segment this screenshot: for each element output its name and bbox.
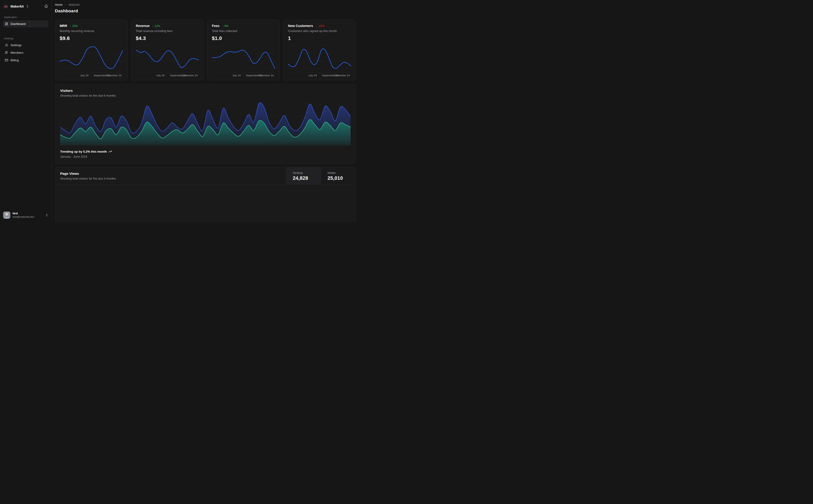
stat-title: Revenue: [136, 24, 149, 28]
stat-value: 1: [288, 35, 351, 41]
stat-subtitle: Customers who signed up this month: [288, 29, 351, 33]
arrow-up-icon: ↑: [222, 24, 224, 28]
tab-value: 24,828: [293, 175, 321, 181]
sidebar-item-label: Members: [11, 51, 23, 54]
visitors-card: Visitors Showing total visitors for the …: [55, 84, 356, 164]
arrow-up-icon: ↑: [152, 24, 154, 28]
stat-value: $9.6: [60, 35, 123, 41]
page-views-bar-chart: [55, 185, 356, 222]
breadcrumb-home-link[interactable]: Home: [55, 3, 62, 6]
user-name: test: [13, 212, 34, 215]
users-icon: [5, 51, 8, 54]
arrow-down-icon: ↓: [316, 24, 317, 28]
trend-badge: ↑20%: [70, 24, 78, 28]
notifications-bell-icon[interactable]: [44, 4, 48, 8]
sparkline-chart: [60, 44, 123, 72]
tab-label: Desktop: [293, 171, 321, 175]
sidebar-item-label: Settings: [11, 43, 22, 47]
x-axis: July 24 September 24 December 24: [288, 72, 351, 77]
stat-title: Fees: [212, 24, 220, 28]
sidebar: m Makerkit Application Dashboard Setting…: [0, 0, 51, 222]
x-axis: July 24 September 24 December 24: [212, 72, 275, 77]
user-email: test@makerkit.dev: [13, 215, 34, 218]
workspace-selector[interactable]: m Makerkit: [3, 3, 48, 9]
section-label-application: Application: [4, 16, 47, 19]
x-axis: July 24 September 24 December 24: [136, 72, 199, 77]
visitors-trend-text: Trending up by 5.2% this month: [60, 150, 107, 153]
tab-value: 25,010: [328, 175, 356, 181]
workspace-name: Makerkit: [11, 5, 24, 8]
visitors-area-chart: [60, 101, 351, 145]
page-views-card: Page Views Showing total visitors for th…: [55, 167, 356, 222]
tab-desktop[interactable]: Desktop 24,828: [286, 167, 321, 185]
section-label-settings: Settings: [4, 37, 47, 40]
sidebar-item-label: Billing: [11, 58, 19, 62]
main-content: Home Makerkit Dashboard MRR ↑20% Monthly…: [51, 0, 359, 222]
stat-card-mrr: MRR ↑20% Monthly recurring revenue $9.6 …: [55, 20, 128, 80]
stat-value: $1.0: [212, 35, 275, 41]
stat-card-fees: Fees ↑9% Total fees collected $1.0 July …: [207, 20, 280, 80]
sparkline-chart: [212, 44, 275, 72]
breadcrumb: Home Makerkit: [55, 3, 356, 6]
dashboard-icon: [5, 22, 8, 26]
page-views-subtitle: Showing total visitors for the last 3 mo…: [60, 177, 281, 180]
makerkit-logo: m: [3, 4, 8, 9]
stat-title: MRR: [60, 24, 67, 28]
gear-icon: [5, 43, 8, 47]
trending-up-icon: [108, 150, 112, 153]
stat-card-revenue: Revenue ↑12% Total revenue including fee…: [131, 20, 204, 80]
arrow-up-icon: ↑: [70, 24, 71, 28]
sparkline-chart: [288, 44, 351, 72]
user-menu[interactable]: test test@makerkit.dev: [3, 211, 48, 220]
stat-value: $4.3: [136, 35, 199, 41]
chevrons-up-down-icon: [45, 214, 48, 217]
visitors-title: Visitors: [60, 89, 351, 93]
page-title: Dashboard: [55, 8, 356, 13]
sidebar-item-dashboard[interactable]: Dashboard: [3, 20, 48, 27]
user-avatar: [3, 212, 10, 219]
x-axis: July 24 September 24 December 24: [60, 72, 123, 77]
sparkline-chart: [136, 44, 199, 72]
visitors-subtitle: Showing total visitors for the last 6 mo…: [60, 94, 351, 97]
sidebar-item-billing[interactable]: Billing: [3, 57, 48, 64]
sidebar-item-label: Dashboard: [11, 22, 26, 26]
stat-title: New Customers: [288, 24, 313, 28]
credit-card-icon: [5, 58, 8, 62]
stat-subtitle: Total fees collected: [212, 29, 275, 33]
trend-badge: ↑12%: [152, 24, 160, 28]
page-views-title: Page Views: [60, 172, 281, 175]
sidebar-item-members[interactable]: Members: [3, 49, 48, 56]
visitors-period: January - June 2024: [60, 155, 351, 158]
stat-subtitle: Monthly recurring revenue: [60, 29, 123, 33]
sidebar-item-settings[interactable]: Settings: [3, 42, 48, 49]
stat-subtitle: Total revenue including fees: [136, 29, 199, 33]
chevrons-up-down-icon: [26, 5, 29, 8]
trend-badge: ↓-25%: [316, 24, 325, 28]
trend-badge: ↑9%: [222, 24, 229, 28]
stat-card-new-customers: New Customers ↓-25% Customers who signed…: [283, 20, 356, 80]
tab-mobile[interactable]: Mobile 25,010: [321, 167, 356, 185]
chevron-right-icon: [64, 4, 67, 6]
breadcrumb-current: Makerkit: [69, 3, 79, 6]
stats-grid: MRR ↑20% Monthly recurring revenue $9.6 …: [55, 20, 356, 80]
tab-label: Mobile: [328, 171, 356, 175]
